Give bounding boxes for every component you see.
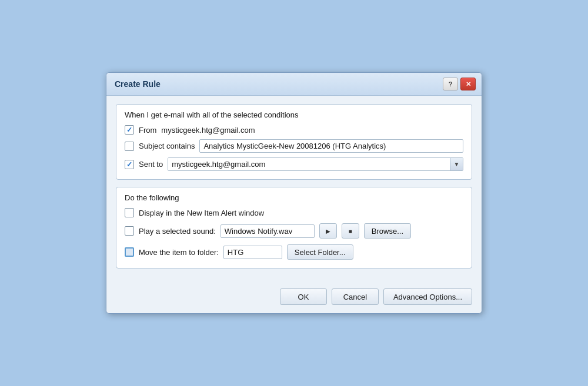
dialog-body: When I get e-mail with all of the select… (106, 96, 482, 284)
title-bar-left: Create Rule (115, 79, 161, 89)
play-sound-row: Play a selected sound: Browse... (125, 223, 463, 239)
sound-file-input[interactable] (220, 224, 315, 238)
subject-input[interactable] (199, 139, 463, 153)
advanced-options-button[interactable]: Advanced Options... (383, 288, 472, 305)
sentto-label: Sent to (139, 160, 163, 169)
from-label: From (139, 126, 156, 135)
display-label: Display in the New Item Alert window (139, 209, 264, 217)
play-icon (326, 227, 330, 234)
conditions-section: When I get e-mail with all of the select… (116, 104, 472, 180)
move-folder-row: Move the item to folder: Select Folder..… (125, 244, 463, 260)
ok-button[interactable]: OK (280, 288, 327, 305)
sentto-row: Sent to ▼ (125, 157, 463, 171)
sentto-dropdown: ▼ (168, 157, 463, 171)
from-row: From mysticgeek.htg@gmail.com (125, 125, 463, 135)
cancel-button[interactable]: Cancel (332, 288, 379, 305)
conditions-title: When I get e-mail with all of the select… (125, 110, 463, 119)
title-bar-buttons: ? ✕ (443, 78, 476, 90)
dialog-title: Create Rule (115, 79, 161, 89)
subject-checkbox[interactable] (125, 142, 134, 151)
move-folder-label: Move the item to folder: (139, 248, 219, 257)
play-button[interactable] (319, 223, 337, 239)
select-folder-button[interactable]: Select Folder... (287, 244, 353, 260)
create-rule-dialog: Create Rule ? ✕ When I get e-mail with a… (106, 72, 482, 314)
folder-input[interactable] (223, 246, 282, 259)
stop-button[interactable] (342, 223, 359, 239)
from-checkbox[interactable] (125, 125, 134, 135)
title-bar: Create Rule ? ✕ (106, 73, 482, 96)
subject-row: Subject contains (125, 139, 463, 153)
actions-section: Do the following Display in the New Item… (116, 187, 472, 268)
sentto-checkbox[interactable] (125, 160, 134, 169)
play-sound-label: Play a selected sound: (139, 227, 216, 236)
sentto-dropdown-arrow[interactable]: ▼ (450, 158, 463, 170)
play-sound-checkbox[interactable] (125, 226, 134, 236)
bottom-buttons: OK Cancel Advanced Options... (106, 284, 482, 313)
move-folder-checkbox[interactable] (125, 247, 134, 257)
stop-icon (349, 227, 352, 234)
subject-label: Subject contains (139, 142, 195, 150)
close-button[interactable]: ✕ (460, 78, 476, 90)
actions-title: Do the following (125, 193, 463, 202)
from-value: mysticgeek.htg@gmail.com (161, 126, 255, 135)
display-checkbox[interactable] (125, 208, 134, 217)
sentto-input[interactable] (168, 158, 450, 170)
help-button[interactable]: ? (443, 78, 458, 90)
browse-button[interactable]: Browse... (364, 223, 411, 239)
display-row: Display in the New Item Alert window (125, 208, 463, 217)
